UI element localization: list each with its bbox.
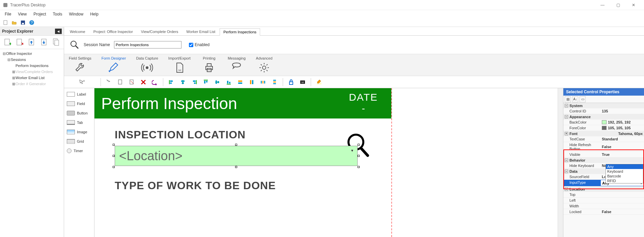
delete-button[interactable] [139,77,148,87]
prop-locked[interactable]: LockedFalse [563,209,644,215]
align-bottom-button[interactable] [224,77,233,87]
add-page-button[interactable]: + [2,37,12,47]
edit-button[interactable] [314,77,324,87]
collapse-icon[interactable]: ◄ [55,29,62,34]
section-inspection-location[interactable]: INSPECTION LOCATION [115,129,371,141]
tab-welcome[interactable]: Welcome [66,28,89,35]
id-button[interactable]: Id [298,77,307,87]
palette-label[interactable]: Label [65,91,93,98]
new-icon[interactable] [2,19,9,26]
open-icon[interactable] [11,19,18,26]
palette-tab[interactable]: Tab [65,119,93,126]
copy-button[interactable] [116,77,125,87]
enabled-checkbox[interactable] [189,43,193,47]
lock-button[interactable] [286,77,296,87]
dropdown-option[interactable]: Keyboard [606,169,643,174]
menu-project[interactable]: Project [30,11,49,18]
prop-top[interactable]: Top [563,192,644,198]
project-tree[interactable]: ⊟Office Inspector ⊟Sessions Perform Insp… [0,49,64,88]
delete-page-button[interactable]: × [15,37,25,47]
session-name-input[interactable] [114,41,181,48]
tree-item[interactable]: View/Complete Orders [16,69,53,75]
date-block[interactable]: DATE - [349,92,378,114]
ribbon-data-capture[interactable]: Data Capture [136,56,158,74]
ribbon-form-designer[interactable]: Form Designer [102,56,126,74]
section-type-of-work[interactable]: TYPE OF WORK TO BE DONE [115,179,371,192]
menu-view[interactable]: View [15,11,30,18]
prop-hide-refresh[interactable]: Hide Refresh ButtonFalse [563,142,644,152]
inputtype-dropdown[interactable]: Any Keyboard Barcode RFID [606,164,643,183]
prop-textcase[interactable]: TextCaseStandard [563,136,644,142]
tab-view-orders[interactable]: View/Complete Orders [137,28,182,35]
copy-page-button[interactable] [51,37,61,47]
palette-image[interactable]: Image [65,129,93,135]
pointer-tool[interactable]: + [77,77,87,87]
export-page-button[interactable] [27,37,37,47]
distribute-v-button[interactable] [270,77,279,87]
import-page-button[interactable] [39,37,49,47]
tab-project[interactable]: Project: Office Inspector [90,28,137,35]
prop-width[interactable]: Width [563,203,644,209]
tree-item[interactable]: Worker Email List [16,75,45,81]
dropdown-option[interactable]: Barcode [606,174,643,178]
menu-help[interactable]: Help [87,11,102,18]
vertical-scrollbar[interactable] [558,88,563,237]
ribbon-messaging[interactable]: Messaging [228,56,246,74]
prop-pages-button[interactable]: ▭ [580,96,586,102]
form-header[interactable]: Perform Inspection DATE - [94,88,391,118]
align-top-button[interactable] [201,77,211,87]
menu-tools[interactable]: Tools [50,11,66,18]
prop-left[interactable]: Left [563,198,644,203]
help-icon[interactable]: ? [28,19,35,26]
ribbon-import-export[interactable]: Import/Export .txt [168,56,191,74]
same-width-button[interactable] [235,77,245,87]
pencil-icon [108,62,120,74]
save-icon[interactable] [20,19,26,26]
paste-button[interactable] [127,77,137,87]
prop-backcolor[interactable]: BackColor192, 255, 192 [563,120,644,125]
menu-file[interactable]: File [1,11,15,18]
palette-timer[interactable]: Timer [65,147,93,154]
dropdown-option[interactable]: Any [606,164,643,169]
close-button[interactable]: ✕ [626,0,641,10]
tree-item[interactable]: Perform Inspections [16,63,49,69]
ribbon-advanced[interactable]: Advanced [256,56,273,74]
form-title: Perform Inspection [101,94,237,113]
align-center-button[interactable] [178,77,188,87]
ribbon-printing[interactable]: Printing [201,56,218,74]
prop-control-id[interactable]: Control ID135 [563,108,644,114]
design-canvas[interactable]: Perform Inspection DATE - INSPECTION LOC… [94,88,558,237]
dropdown-option[interactable]: RFID [606,178,643,183]
location-field[interactable]: <Location> ▾ [115,146,358,166]
maximize-button[interactable]: ▢ [610,0,626,10]
palette-button[interactable]: Button [65,110,93,116]
tab-worker-email[interactable]: Worker Email List [183,28,219,35]
tree-sessions[interactable]: Sessions [11,57,26,63]
distribute-h-button[interactable] [258,77,268,87]
ribbon-field-settings[interactable]: Field Settings [69,56,91,74]
palette-grid[interactable]: Grid [65,138,93,145]
svg-rect-37 [206,81,207,82]
sort-categorized-button[interactable]: ▤ [565,96,571,102]
app-title: TracerPlus Desktop [10,3,46,7]
minimize-button[interactable]: — [595,0,610,10]
cut-button[interactable] [104,77,114,87]
sort-alpha-button[interactable]: A↓ [572,96,578,102]
align-right-button[interactable] [190,77,199,87]
prop-visible[interactable]: VisibleTrue [563,152,644,158]
tab-perform-inspections[interactable]: Perform Inspections [220,28,260,36]
palette-field[interactable]: Field [65,100,93,107]
svg-rect-13 [55,40,59,45]
undo-button[interactable] [150,77,160,87]
prop-forecolor[interactable]: ForeColor105, 105, 105 [563,125,644,131]
align-middle-button[interactable] [213,77,222,87]
date-label: DATE [349,92,378,103]
menu-window[interactable]: Window [66,11,87,18]
same-height-button[interactable] [247,77,256,87]
align-left-button[interactable] [167,77,176,87]
tree-item[interactable]: Order # Generator [16,81,46,87]
ribbon: Field Settings Form Designer Data Captur… [64,54,644,76]
properties-title: Selected Control Properties [563,88,644,96]
tree-root[interactable]: Office Inspector [6,50,32,57]
ribbon-label: Field Settings [69,56,91,60]
